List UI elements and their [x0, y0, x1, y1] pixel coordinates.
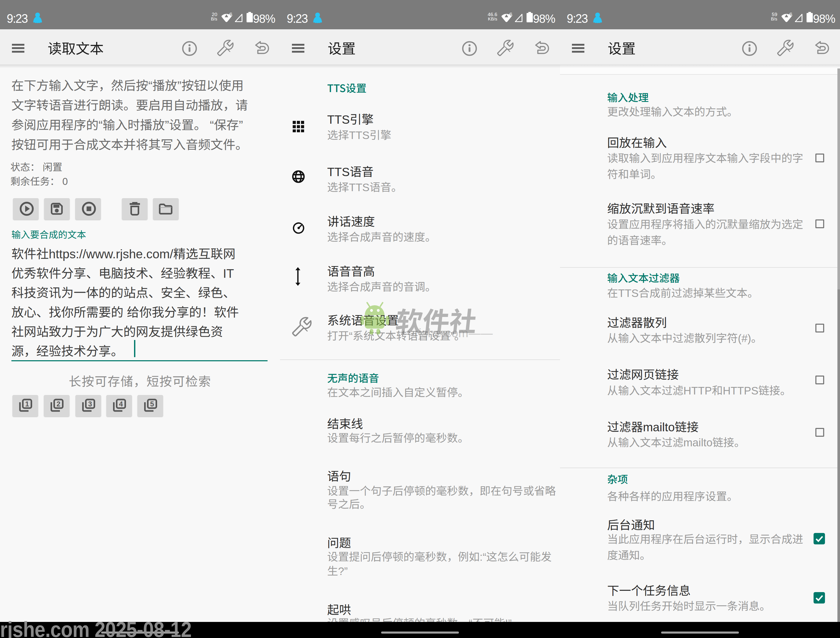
svg-text:2: 2: [57, 400, 60, 408]
svg-text:1: 1: [25, 400, 29, 408]
svg-text:3: 3: [88, 400, 92, 408]
svg-text:4: 4: [119, 400, 123, 408]
svg-text:5: 5: [150, 400, 154, 408]
